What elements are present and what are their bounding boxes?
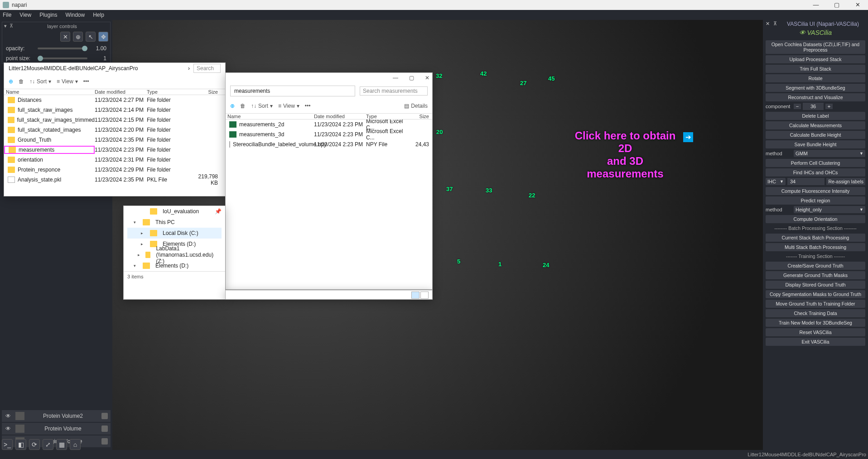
explorer2-col-date[interactable]: Date modified — [314, 114, 366, 119]
file-explorer-tree[interactable]: IoU_evaluation📌▾This PC▸Local Disk (C:)▸… — [123, 206, 225, 300]
tree-caret-icon[interactable]: ▸ — [138, 253, 141, 257]
explorer2-maximize[interactable]: ▢ — [409, 75, 414, 81]
window-maximize-button[interactable]: ▢ — [826, 0, 847, 10]
explorer2-details[interactable]: ▤ Details — [404, 103, 428, 109]
ndisplay-button[interactable]: ◧ — [15, 439, 26, 450]
segment-button[interactable]: Segment with 3DBundleSeg — [766, 84, 865, 92]
explorer2-more[interactable]: ••• — [305, 103, 311, 109]
menu-plugins[interactable]: Plugins — [39, 12, 57, 18]
file-row[interactable]: Distances11/23/2024 2:27 PMFile folder — [4, 95, 225, 105]
explorer1-col-type[interactable]: Type — [147, 89, 190, 95]
file-row[interactable]: Analysis_state.pkl11/23/2024 2:35 PMPKL … — [4, 175, 225, 185]
explorer1-path[interactable]: Litter12Mouse4MIDDLE-delBUNdelCAP_Airysc… — [9, 65, 184, 72]
method-select-clustering[interactable]: GMM▼ — [794, 150, 865, 157]
pin-icon[interactable]: 📌 — [215, 208, 222, 215]
file-row[interactable]: orientation11/23/2024 2:31 PMFile folder — [4, 155, 225, 165]
panel-undock-icon[interactable]: ⊼ — [773, 21, 777, 27]
delete-label-button[interactable]: Delete Label — [766, 112, 865, 120]
tree-item[interactable]: ▸LabData1 (\\manornas1.ucsd.edu) (Z:) — [127, 249, 222, 260]
file-row[interactable]: full_stack_raw_images11/23/2024 2:14 PMF… — [4, 105, 225, 115]
fluorescence-button[interactable]: Compute Fluorescence Intensity — [766, 187, 865, 195]
explorer2-view-large-icon[interactable] — [420, 292, 429, 299]
save-layer-icon[interactable] — [101, 426, 108, 432]
explorer1-delete-icon[interactable]: 🗑 — [19, 78, 24, 85]
train-model-button[interactable]: Train New Model for 3DBundleSeg — [766, 319, 865, 327]
roll-dims-button[interactable]: ⟳ — [29, 439, 40, 450]
reassign-labels-button[interactable]: Re-assign labels — [826, 178, 865, 185]
explorer2-delete-icon[interactable]: 🗑 — [240, 103, 246, 109]
component-decrement[interactable]: − — [794, 104, 801, 109]
ihc-value[interactable]: 34 — [787, 178, 825, 185]
file-explorer-parent[interactable]: Litter12Mouse4MIDDLE-delBUNdelCAP_Airysc… — [4, 62, 226, 196]
trim-stack-button[interactable]: Trim Full Stack — [766, 65, 865, 73]
exit-vascilia-button[interactable]: Exit VASCilia — [766, 338, 865, 346]
explorer2-col-type[interactable]: Type — [366, 114, 409, 119]
file-row[interactable]: StereociliaBundle_labeled_volume.npy11/2… — [226, 139, 432, 149]
create-gt-button[interactable]: Create/Save Ground Truth — [766, 262, 865, 270]
explorer2-search[interactable]: Search measurements — [360, 86, 428, 96]
explorer1-new-icon[interactable]: ⊕ — [9, 78, 13, 85]
compute-orientation-button[interactable]: Compute Orientation — [766, 215, 865, 223]
pin-icon[interactable]: ⊼ — [10, 23, 13, 29]
component-value[interactable]: 36 — [803, 103, 824, 110]
explorer2-col-size[interactable]: Size — [409, 114, 432, 119]
layer-item[interactable]: 👁 Protein Volume2 — [2, 410, 111, 422]
save-layer-icon[interactable] — [101, 438, 108, 445]
explorer1-sort[interactable]: ↑↓ Sort ▾ — [29, 78, 51, 85]
current-batch-button[interactable]: Current Stack Batch Processing — [766, 234, 865, 242]
tree-caret-icon[interactable]: ▾ — [134, 263, 138, 268]
generate-gt-masks-button[interactable]: Generate Ground Truth Masks — [766, 271, 865, 279]
explorer1-view[interactable]: ≡ View ▾ — [57, 78, 78, 85]
multi-batch-button[interactable]: Multi Stack Batch Processing — [766, 243, 865, 251]
tree-item[interactable]: ▾This PC — [127, 217, 222, 228]
reset-vascilia-button[interactable]: Reset VASCilia — [766, 328, 865, 336]
explorer1-col-date[interactable]: Date modified — [95, 89, 147, 95]
save-layer-icon[interactable] — [101, 413, 108, 419]
menu-file[interactable]: File — [3, 12, 11, 18]
tree-caret-icon[interactable]: ▸ — [141, 231, 145, 235]
component-increment[interactable]: + — [825, 104, 833, 109]
home-button[interactable]: ⌂ — [70, 439, 81, 450]
explorer1-search[interactable]: Search — [193, 64, 221, 73]
rotate-button[interactable]: Rotate — [766, 74, 865, 82]
save-bundle-height-button[interactable]: Save Bundle Height — [766, 140, 865, 148]
check-training-button[interactable]: Check Training Data — [766, 309, 865, 317]
predict-region-button[interactable]: Predict region — [766, 196, 865, 205]
explorer2-col-name[interactable]: Name — [226, 114, 314, 119]
explorer2-title[interactable]: measurements — [230, 86, 355, 96]
calc-measurements-button[interactable]: Calculate Measurements — [766, 121, 865, 129]
explorer2-view-details-icon[interactable] — [411, 292, 420, 299]
opacity-slider[interactable] — [38, 48, 87, 49]
file-row[interactable]: Ground_Truth11/23/2024 2:35 PMFile folde… — [4, 135, 225, 145]
menu-window[interactable]: Window — [66, 12, 85, 18]
explorer2-new-icon[interactable]: ⊕ — [230, 103, 235, 109]
tree-caret-icon[interactable]: ▸ — [141, 242, 145, 246]
window-minimize-button[interactable]: — — [805, 0, 826, 10]
layer-item[interactable]: 👁 Protein Volume — [2, 423, 111, 435]
calc-bundle-height-button[interactable]: Calculate Bundle Height — [766, 131, 865, 139]
reconstruct-button[interactable]: Reconstruct and Visualize — [766, 93, 865, 101]
method-select-orientation[interactable]: Height_only▼ — [794, 206, 865, 213]
tree-caret-icon[interactable]: ▾ — [134, 220, 138, 225]
move-tool-button[interactable]: ✥ — [98, 32, 108, 42]
display-gt-button[interactable]: Display Stored Ground Truth — [766, 281, 865, 289]
visibility-toggle-icon[interactable]: 👁 — [5, 413, 12, 419]
panel-close-icon[interactable]: ✕ — [766, 21, 770, 27]
expand-icon[interactable]: ▾ — [4, 23, 7, 29]
console-button[interactable]: >_ — [2, 439, 13, 450]
file-row[interactable]: full_stack_raw_images_trimmed11/23/2024 … — [4, 115, 225, 125]
file-row[interactable]: measurements_3d11/23/2024 2:23 PMMicroso… — [226, 129, 432, 139]
explorer2-minimize[interactable]: — — [393, 75, 398, 81]
tree-item[interactable]: ▸Local Disk (C:) — [127, 228, 222, 239]
menu-view[interactable]: View — [19, 12, 31, 18]
explorer1-more[interactable]: ••• — [83, 78, 89, 85]
explorer1-col-size[interactable]: Size — [190, 89, 222, 95]
open-dataset-button[interactable]: Open Cochlea Datasets (CZI,LIF,TIF) and … — [766, 40, 865, 54]
cell-clustering-button[interactable]: Perform Cell Clustering — [766, 159, 865, 167]
add-element-button[interactable]: ⊕ — [73, 32, 83, 42]
file-row[interactable]: full_stack_rotated_images11/23/2024 2:20… — [4, 125, 225, 135]
copy-masks-gt-button[interactable]: Copy Segmentation Masks to Ground Truth — [766, 290, 865, 298]
select-tool-button[interactable]: ↖ — [86, 32, 96, 42]
move-gt-button[interactable]: Move Ground Truth to Training Folder — [766, 300, 865, 308]
visibility-toggle-icon[interactable]: 👁 — [5, 426, 12, 432]
